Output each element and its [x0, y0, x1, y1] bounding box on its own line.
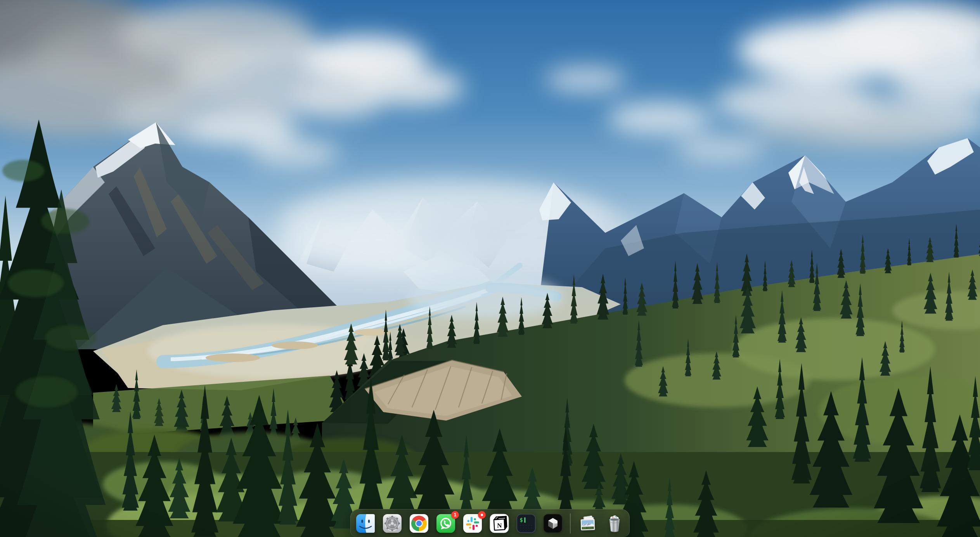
- notion-icon: N: [490, 514, 509, 533]
- dock-item-finder[interactable]: [356, 514, 375, 533]
- vignette: [0, 0, 980, 537]
- dock-item-cursor[interactable]: [543, 514, 563, 533]
- chrome-icon: [409, 514, 429, 533]
- dock-item-downloads-stack[interactable]: [578, 514, 597, 533]
- dock-item-notion[interactable]: N: [490, 514, 509, 533]
- terminal-icon: $: [516, 514, 536, 533]
- finder-icon: [356, 514, 375, 533]
- notion-letter: N: [497, 521, 502, 529]
- desktop-wallpaper: [0, 0, 980, 537]
- terminal-cursor: [525, 517, 526, 523]
- dock-item-chrome[interactable]: [409, 514, 429, 533]
- dock-item-terminal[interactable]: $: [516, 514, 536, 533]
- documents-stack-icon: [578, 514, 597, 533]
- slack-badge: [478, 511, 486, 519]
- desktop: 1 N $: [0, 0, 980, 537]
- dock-item-system-settings[interactable]: [383, 514, 402, 533]
- whatsapp-badge: 1: [451, 511, 459, 519]
- cursor-cube-icon: [543, 514, 563, 533]
- dock-item-slack[interactable]: [463, 514, 482, 533]
- dock-item-whatsapp[interactable]: 1: [436, 514, 455, 533]
- gear-icon: [383, 514, 402, 533]
- dock-separator: [570, 513, 571, 534]
- trash-full-icon: [605, 514, 624, 533]
- dock: 1 N $: [350, 509, 630, 537]
- dock-item-trash[interactable]: [605, 514, 624, 533]
- terminal-prompt: $: [520, 517, 523, 523]
